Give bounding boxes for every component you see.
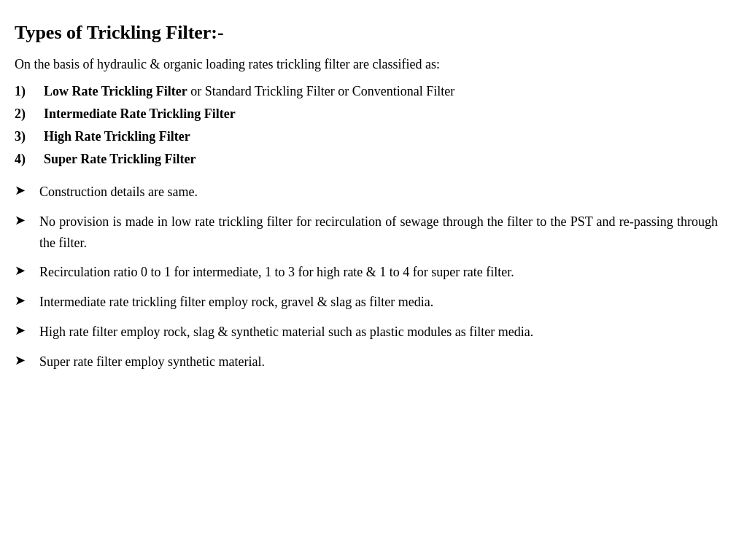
bullet-arrow-4: ➤ bbox=[15, 292, 36, 308]
bullet-text-2: No provision is made in low rate trickli… bbox=[39, 211, 718, 254]
bullet-arrow-2: ➤ bbox=[15, 212, 36, 228]
bullet-item-6: ➤ Super rate filter employ synthetic mat… bbox=[15, 351, 718, 373]
list-item-4: 4) Super Rate Trickling Filter bbox=[15, 152, 718, 167]
bullet-item-3: ➤ Recirculation ratio 0 to 1 for interme… bbox=[15, 262, 718, 283]
bullet-arrow-1: ➤ bbox=[15, 182, 36, 198]
page-title: Types of Trickling Filter:- bbox=[15, 22, 718, 44]
list-bold-4: Super Rate Trickling Filter bbox=[44, 152, 196, 166]
list-number-3: 3) bbox=[15, 129, 44, 144]
bullet-item-5: ➤ High rate filter employ rock, slag & s… bbox=[15, 322, 718, 343]
list-normal-1: or Standard Trickling Filter or Conventi… bbox=[187, 84, 454, 98]
list-item-3: 3) High Rate Trickling Filter bbox=[15, 129, 718, 144]
bullet-arrow-6: ➤ bbox=[15, 352, 36, 368]
bullet-section: ➤ Construction details are same. ➤ No pr… bbox=[15, 182, 718, 373]
bullet-text-6: Super rate filter employ synthetic mater… bbox=[39, 351, 718, 373]
bullet-item-4: ➤ Intermediate rate trickling filter emp… bbox=[15, 292, 718, 313]
list-item-2: 2) Intermediate Rate Trickling Filter bbox=[15, 106, 718, 122]
list-number-2: 2) bbox=[15, 106, 44, 122]
bullet-arrow-3: ➤ bbox=[15, 262, 36, 279]
bullet-item-1: ➤ Construction details are same. bbox=[15, 182, 718, 203]
bullet-item-2: ➤ No provision is made in low rate trick… bbox=[15, 211, 718, 254]
bullet-text-3: Recirculation ratio 0 to 1 for intermedi… bbox=[39, 262, 718, 283]
list-bold-2: Intermediate Rate Trickling Filter bbox=[44, 106, 236, 121]
bullet-text-1: Construction details are same. bbox=[39, 182, 718, 203]
list-number-4: 4) bbox=[15, 152, 44, 167]
bullet-text-4: Intermediate rate trickling filter emplo… bbox=[39, 292, 718, 313]
bullet-text-5: High rate filter employ rock, slag & syn… bbox=[39, 322, 718, 343]
numbered-list: 1) Low Rate Trickling Filter or Standard… bbox=[15, 84, 718, 167]
list-number-1: 1) bbox=[15, 84, 44, 99]
list-bold-1: Low Rate Trickling Filter bbox=[44, 84, 187, 98]
bullet-arrow-5: ➤ bbox=[15, 322, 36, 338]
intro-text: On the basis of hydraulic & organic load… bbox=[15, 57, 718, 72]
list-item-1: 1) Low Rate Trickling Filter or Standard… bbox=[15, 84, 718, 99]
list-bold-3: High Rate Trickling Filter bbox=[44, 129, 190, 144]
